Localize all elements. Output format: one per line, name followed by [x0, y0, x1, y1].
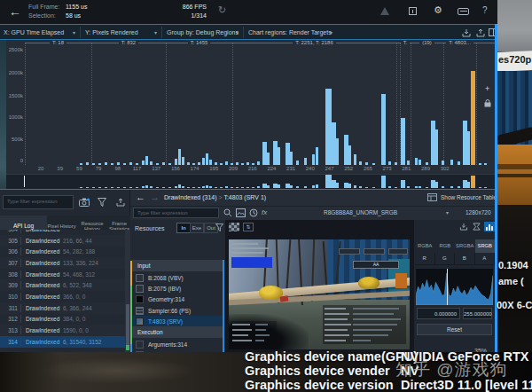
chart-bar[interactable] — [278, 147, 280, 165]
chart-bar[interactable] — [290, 152, 293, 165]
chart-bar[interactable] — [325, 89, 332, 165]
image-icon[interactable] — [236, 208, 246, 217]
histogram-marker[interactable] — [447, 269, 448, 305]
resource-tree-scrollbar[interactable] — [223, 260, 224, 352]
reset-range-button[interactable]: Reset — [417, 324, 492, 335]
buffer-icon — [136, 285, 144, 293]
overview-bar — [220, 187, 223, 188]
refresh-icon[interactable]: ↻ — [218, 4, 226, 16]
region-label: T: 18 — [34, 40, 83, 45]
tab-rgba[interactable]: RGBA — [415, 239, 435, 253]
api-log-row-306[interactable]: 306DrawIndexed54, 282, 188 — [0, 246, 125, 257]
api-log-row-314[interactable]: 314DrawIndexed6, 31540, 3152 — [0, 336, 125, 348]
chart-bar[interactable] — [178, 149, 181, 165]
flip-y-icon[interactable]: ⇅ — [243, 223, 254, 231]
checker-background-icon[interactable] — [229, 223, 239, 231]
channel-g-button[interactable]: G — [435, 253, 456, 264]
beaker-icon[interactable] — [380, 7, 389, 15]
api-log-list[interactable]: 304DrawIndexed305DrawIndexed216, 66, 443… — [0, 230, 125, 352]
chart-bar[interactable] — [312, 154, 315, 165]
chart-bar[interactable] — [175, 159, 177, 165]
mode-exe[interactable]: Exe — [190, 223, 204, 233]
custom-shader-fx-icon[interactable]: fx — [262, 208, 267, 216]
texture-preview-image[interactable]: AA — [229, 239, 410, 349]
event-list-scrollbar-thumb[interactable] — [126, 304, 129, 349]
chart-bar[interactable] — [467, 131, 470, 165]
tab-srgba[interactable]: SRGBA — [455, 239, 475, 253]
api-log-row-311[interactable]: 311DrawIndexed6, 366, 244 — [0, 302, 125, 314]
channel-a-button[interactable]: A — [475, 253, 496, 264]
tab-rgb[interactable]: RGB — [435, 239, 456, 253]
overview-position-marker[interactable] — [24, 176, 25, 187]
resource-tree[interactable]: InputB:2068 (VBV)B:2075 (IBV)Geometry:31… — [132, 260, 223, 352]
export-data-icon[interactable] — [476, 28, 485, 37]
chart-bar[interactable] — [381, 94, 386, 165]
range-max-input[interactable]: 255.000000 — [463, 308, 492, 319]
export-image-icon[interactable] — [462, 28, 471, 37]
back-button[interactable]: ← — [6, 3, 24, 20]
main-chart[interactable]: 2500k2000k1500k1000k500k0T: 18T: 832T: 1… — [6, 40, 495, 165]
settings-gear-icon[interactable]: ⚙ — [434, 4, 442, 16]
tree-item-b-2068-vbv-[interactable]: B:2068 (VBV) — [132, 272, 223, 283]
chart-bar[interactable] — [354, 154, 356, 165]
range-min-input[interactable]: 0.000000 — [417, 308, 460, 319]
chart-zoom-plus[interactable]: + — [485, 84, 489, 93]
api-log-row-310[interactable]: 310DrawIndexed366, 0, 0 — [0, 291, 125, 302]
lock-icon[interactable] — [484, 95, 491, 103]
resource-filter-input[interactable]: Type filter expression — [133, 208, 219, 218]
save-texture-icon[interactable] — [459, 223, 468, 231]
chart-bar[interactable] — [401, 118, 405, 165]
event-filter-input[interactable]: Type filter expression — [3, 195, 74, 209]
overview-bar — [162, 187, 165, 188]
chart-bar-selected[interactable] — [471, 71, 475, 165]
camera-icon[interactable] — [79, 198, 90, 207]
resource-funnel-icon[interactable] — [215, 223, 223, 231]
channel-r-button[interactable]: R — [415, 253, 435, 264]
api-log-row-305[interactable]: 305DrawIndexed216, 66, 44 — [0, 235, 125, 247]
history-clock-icon[interactable] — [249, 208, 258, 217]
keyboard-icon[interactable] — [458, 8, 469, 15]
breadcrumb-event[interactable]: DrawIndexed (314) — [164, 194, 217, 200]
api-log-row-312[interactable]: 312DrawIndexed384, 0, 0 — [0, 314, 125, 325]
show-resource-table-button[interactable]: Show Resource Table — [441, 194, 495, 200]
pixel-context-icon[interactable] — [473, 223, 481, 231]
histogram-plot[interactable] — [416, 269, 493, 305]
tab-srgb[interactable]: SRGB — [475, 239, 496, 253]
chart-bar[interactable] — [202, 158, 205, 165]
chart-bar[interactable] — [336, 138, 339, 165]
api-log-row-313[interactable]: 313DrawIndexed1590, 0, 0 — [0, 325, 125, 336]
chart-bar[interactable] — [145, 156, 148, 165]
chart-overview-strip[interactable] — [6, 174, 495, 189]
chart-bar[interactable] — [267, 153, 270, 165]
nav-back-button[interactable]: ← — [136, 192, 145, 202]
channel-b-button[interactable]: B — [455, 253, 475, 264]
api-log-row-307[interactable]: 307DrawIndexed133, 336, 224 — [0, 257, 125, 269]
window-info-icon[interactable] — [409, 7, 417, 15]
format-dropdown[interactable]: R8G8B8A8_UNORM_SRGB — [324, 209, 397, 216]
tree-item-t-4803-srv-[interactable]: T:4803 (SRV) — [132, 316, 223, 326]
tree-item-b-2075-ibv-[interactable]: B:2075 (IBV) — [132, 283, 223, 294]
format-caret-icon[interactable]: ▾ — [446, 209, 449, 216]
chart-bar[interactable] — [182, 157, 184, 165]
chart-bar[interactable] — [348, 145, 351, 165]
chart-bar[interactable] — [206, 153, 208, 165]
tree-item-arguments-314[interactable]: Arguments:314 — [132, 339, 223, 349]
chart-bar[interactable] — [415, 158, 418, 165]
region-separator — [396, 43, 397, 165]
api-log-row-309[interactable]: 309DrawIndexed6, 522, 348 — [0, 279, 125, 291]
tree-item-sh-32[interactable]: SH:32 — [132, 350, 223, 352]
nav-forward-button[interactable]: → — [150, 192, 160, 202]
range-histogram-icon[interactable] — [484, 222, 495, 231]
export-log-icon[interactable] — [116, 198, 125, 207]
breadcrumb-resource[interactable]: T:4803 (SRV 1) — [223, 194, 266, 200]
mode-in[interactable]: In — [176, 223, 191, 233]
chart-bar[interactable] — [316, 147, 318, 165]
tree-item-sampler-66-ps-[interactable]: Sampler:66 (PS) — [132, 305, 223, 316]
funnel-icon[interactable] — [98, 198, 106, 207]
api-log-row-308[interactable]: 308DrawIndexed54, 468, 312 — [0, 269, 125, 280]
tree-item-geometry-314[interactable]: Geometry:314 — [132, 294, 223, 305]
help-icon[interactable]: ? — [482, 5, 488, 15]
search-icon[interactable] — [223, 208, 232, 217]
chart-bar[interactable] — [435, 129, 438, 165]
chart-bar[interactable] — [304, 158, 307, 165]
